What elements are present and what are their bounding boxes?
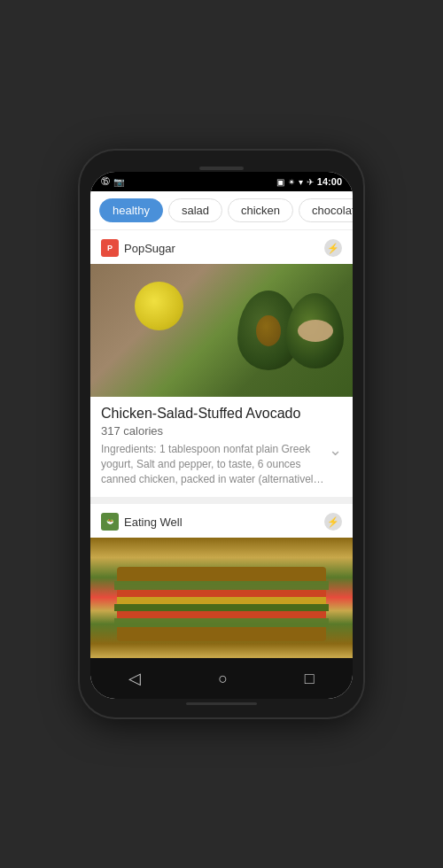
home-button[interactable]: ○: [204, 666, 242, 692]
source-name-2: Eating Well: [124, 515, 183, 529]
chin-bar: [186, 702, 257, 705]
phone-top: [90, 161, 353, 172]
ingredients-text-1: Ingredients: 1 tablespoon nonfat plain G…: [101, 442, 325, 486]
source-name-1: PopSugar: [124, 242, 175, 255]
sandwich-layers: [90, 538, 353, 658]
source-info-2: 🥗 Eating Well: [101, 513, 183, 531]
time-display: 14:00: [317, 176, 342, 187]
card-header-1: P PopSugar ⚡: [90, 230, 353, 264]
bread-top: [117, 567, 327, 581]
back-button[interactable]: ◁: [114, 665, 155, 692]
card-body-1: Chicken-Salad-Stuffed Avocado 317 calori…: [90, 397, 353, 486]
chicken-filling: [298, 320, 333, 342]
lettuce-layer: [114, 581, 330, 590]
content-area[interactable]: P PopSugar ⚡: [90, 230, 353, 658]
phone-bottom: [90, 699, 353, 707]
bluetooth-icon: ✴: [288, 177, 295, 187]
avocado-bg: [90, 264, 353, 397]
recipe-ingredients-1: Ingredients: 1 tablespoon nonfat plain G…: [101, 442, 342, 486]
avocado-half-2: [286, 293, 344, 368]
recipe-card-1: P PopSugar ⚡: [90, 230, 353, 497]
status-left: ⑮ 📷: [101, 175, 124, 188]
nav-bar: ◁ ○ □: [90, 658, 353, 699]
lightning-icon-2[interactable]: ⚡: [324, 513, 342, 531]
bacon-layer: [117, 597, 327, 604]
bread-bottom: [117, 627, 327, 641]
tomato-layer2: [117, 611, 327, 618]
recipe-card-2: 🥗 Eating Well ⚡: [90, 504, 353, 658]
eatingwell-icon: 🥗: [101, 513, 119, 531]
airplane-icon: ✈: [307, 177, 314, 187]
chip-chocolate[interactable]: chocolate: [299, 198, 353, 222]
recipe-calories-1: 317 calories: [101, 424, 342, 438]
source-info-1: P PopSugar: [101, 239, 175, 257]
phone-screen: ⑮ 📷 ▣ ✴ ▾ ✈ 14:00 healthy salad chicken …: [90, 172, 353, 699]
status-right: ▣ ✴ ▾ ✈ 14:00: [276, 176, 342, 187]
camera-icon: 📷: [113, 177, 124, 187]
popsugar-icon: P: [101, 239, 119, 257]
filter-bar: healthy salad chicken chocolate tuna veg…: [90, 191, 353, 230]
avocado-layer: [114, 604, 330, 611]
avocado-pit: [256, 315, 281, 346]
speaker: [199, 167, 244, 170]
wifi-icon: ▾: [299, 177, 303, 187]
recipe-image-2: [90, 538, 353, 658]
status-bar: ⑮ 📷 ▣ ✴ ▾ ✈ 14:00: [90, 172, 353, 191]
recipe-image-1: [90, 264, 353, 397]
phone-frame: ⑮ 📷 ▣ ✴ ▾ ✈ 14:00 healthy salad chicken …: [80, 151, 363, 717]
recipe-title-1: Chicken-Salad-Stuffed Avocado: [101, 406, 342, 422]
chip-salad[interactable]: salad: [168, 198, 222, 222]
recent-button[interactable]: □: [291, 666, 329, 692]
lettuce-layer2: [114, 618, 330, 627]
cast-icon: ▣: [276, 177, 284, 187]
expand-button-1[interactable]: ⌄: [329, 442, 342, 458]
chip-chicken[interactable]: chicken: [228, 198, 293, 222]
chip-healthy[interactable]: healthy: [99, 198, 163, 222]
signal-icon: ⑮: [101, 175, 110, 188]
lemon-shape: [135, 282, 183, 330]
sandwich-bg: [90, 538, 353, 658]
lightning-icon-1[interactable]: ⚡: [324, 239, 342, 257]
tomato-layer: [117, 590, 327, 597]
card-header-2: 🥗 Eating Well ⚡: [90, 504, 353, 538]
